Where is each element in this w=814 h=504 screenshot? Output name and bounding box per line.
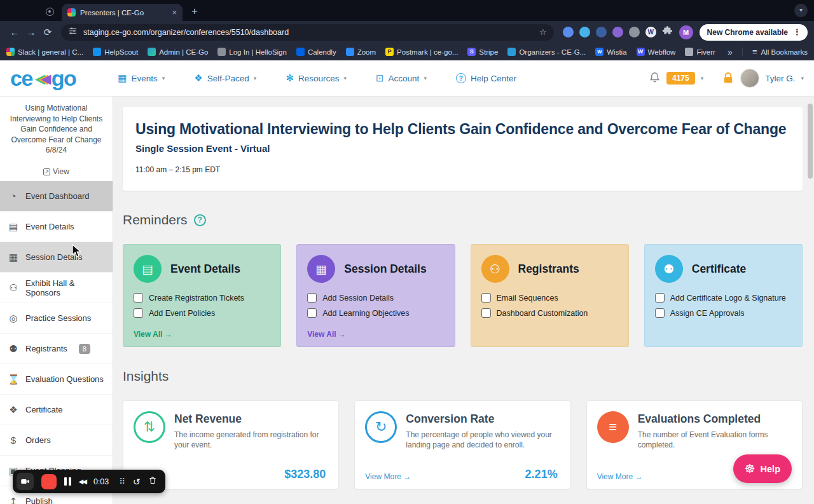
nav-account[interactable]: ⊡ Account ▾ bbox=[376, 72, 427, 84]
cego-logo[interactable]: ce go bbox=[10, 66, 76, 91]
bookmark-item[interactable]: Zoom bbox=[346, 48, 376, 56]
extensions-puzzle-icon[interactable] bbox=[662, 25, 673, 39]
chevron-down-icon[interactable]: ▾ bbox=[701, 75, 704, 81]
list-icon: ▤ bbox=[8, 221, 19, 233]
sidebar-item-session-details[interactable]: ▦ Session Details bbox=[0, 242, 113, 273]
checkbox[interactable] bbox=[307, 293, 317, 303]
bookmark-item[interactable]: Webflow bbox=[637, 48, 676, 56]
checkbox[interactable] bbox=[481, 293, 491, 303]
drag-handle-icon[interactable]: ⠿ bbox=[119, 477, 125, 486]
stop-recording-button[interactable] bbox=[41, 474, 57, 489]
bookmark-item[interactable]: Calendly bbox=[296, 48, 336, 56]
back-button[interactable]: ← bbox=[6, 27, 23, 37]
extension-icon[interactable] bbox=[563, 27, 574, 37]
sidebar-item-evaluation-questions[interactable]: ⌛ Evaluation Questions bbox=[0, 364, 113, 395]
chevron-down-icon[interactable]: ▾ bbox=[801, 75, 804, 81]
view-all-link[interactable]: View All → bbox=[134, 330, 172, 339]
insight-title: Net Revenue bbox=[174, 412, 328, 426]
reminder-cards-row: ▤ Event Details Create Registration Tick… bbox=[123, 244, 803, 347]
checkbox[interactable] bbox=[134, 293, 143, 303]
bookmark-item[interactable]: Log In | HelloSign bbox=[217, 48, 287, 56]
tab-close-icon[interactable]: × bbox=[172, 8, 177, 17]
bookmarks-overflow-icon[interactable]: » bbox=[728, 47, 733, 57]
bookmark-item[interactable]: Fiverr bbox=[685, 48, 715, 56]
checkbox[interactable] bbox=[307, 308, 317, 318]
reminder-card-event-details: ▤ Event Details Create Registration Tick… bbox=[123, 244, 281, 347]
slack-icon bbox=[6, 48, 15, 56]
extension-icon[interactable] bbox=[596, 27, 607, 37]
reload-button[interactable]: ⟳ bbox=[39, 27, 56, 38]
bookmark-label: Calendly bbox=[308, 48, 336, 56]
scrollbar-thumb[interactable] bbox=[808, 104, 813, 179]
nav-label: Help Center bbox=[471, 74, 516, 83]
bookmark-item[interactable]: Stripe bbox=[467, 48, 498, 56]
extension-icon[interactable] bbox=[629, 27, 640, 37]
checkbox[interactable] bbox=[655, 293, 665, 303]
bookmark-item[interactable]: Slack | general | C... bbox=[6, 48, 83, 56]
checkbox[interactable] bbox=[481, 308, 491, 318]
rewind-icon[interactable]: ◀◀ bbox=[79, 478, 86, 485]
view-more-link[interactable]: View More → bbox=[365, 472, 411, 481]
user-avatar[interactable] bbox=[740, 69, 759, 88]
lock-icon[interactable] bbox=[722, 72, 735, 85]
event-type: Single Session Event - Virtual bbox=[135, 143, 790, 154]
forward-button[interactable]: → bbox=[23, 27, 39, 37]
new-tab-button[interactable]: + bbox=[191, 5, 198, 18]
help-button[interactable]: ☸ Help bbox=[733, 454, 792, 483]
address-bar[interactable]: staging.ce-go.com/organizer/conferences/… bbox=[61, 24, 554, 41]
notification-count-badge[interactable]: 4175 bbox=[666, 72, 695, 85]
nav-label: Self-Paced bbox=[207, 74, 249, 83]
pause-button[interactable] bbox=[64, 477, 71, 486]
nav-help-center[interactable]: ? Help Center bbox=[456, 73, 516, 83]
sidebar-item-exhibit-hall[interactable]: ⚇ Exhibit Hall & Sponsors bbox=[0, 273, 113, 303]
trash-icon[interactable] bbox=[148, 475, 157, 487]
all-bookmarks-button[interactable]: ≡ All Bookmarks bbox=[752, 47, 808, 57]
bookmark-item[interactable]: HelpScout bbox=[93, 48, 138, 56]
reminder-card-registrants: ⚇ Registrants Email Sequences Dashboard … bbox=[471, 244, 629, 347]
restart-icon[interactable]: ↺ bbox=[133, 477, 141, 487]
page-body: Using Motivational Interviewing to Help … bbox=[0, 97, 814, 504]
checkbox-label: Add Session Details bbox=[322, 294, 394, 303]
external-link-icon: ↗ bbox=[43, 168, 50, 175]
checkbox[interactable] bbox=[134, 308, 143, 318]
nav-self-paced[interactable]: ❖ Self-Paced ▾ bbox=[194, 72, 256, 84]
sidebar-item-orders[interactable]: $ Orders bbox=[0, 425, 113, 456]
help-circle-icon[interactable]: ? bbox=[194, 214, 206, 226]
sidebar-item-event-dashboard[interactable]: ◔ Event Dashboard bbox=[0, 181, 113, 212]
chrome-update-button[interactable]: New Chrome available ⋮ bbox=[700, 24, 808, 41]
browser-profile-avatar[interactable]: M bbox=[679, 25, 693, 39]
bookmark-item[interactable]: Postmark | ce-go... bbox=[385, 48, 458, 56]
sidebar-item-label: Event Details bbox=[25, 222, 74, 231]
browser-menu-icon[interactable]: ⋮ bbox=[793, 27, 801, 37]
nav-events[interactable]: ▦ Events ▾ bbox=[118, 72, 165, 84]
extension-icon[interactable] bbox=[579, 27, 590, 37]
people-icon: ⚇ bbox=[8, 282, 19, 294]
view-all-link[interactable]: View All → bbox=[307, 330, 346, 339]
site-info-icon[interactable] bbox=[68, 26, 78, 38]
sidebar-item-registrants[interactable]: ⚉ Registrants 8 bbox=[0, 334, 113, 364]
checkbox[interactable] bbox=[655, 308, 665, 318]
browser-tab[interactable]: Presenters | CE-Go × bbox=[62, 4, 183, 21]
bookmark-item[interactable]: Admin | CE-Go bbox=[148, 48, 208, 56]
calendar-icon: ▦ bbox=[118, 72, 127, 84]
view-event-link[interactable]: ↗ View bbox=[43, 167, 69, 176]
camera-icon[interactable] bbox=[17, 473, 34, 490]
extension-icon[interactable] bbox=[645, 27, 656, 37]
extension-icon[interactable] bbox=[612, 27, 623, 37]
bell-icon[interactable] bbox=[649, 71, 661, 86]
url-text[interactable]: staging.ce-go.com/organizer/conferences/… bbox=[83, 28, 534, 37]
user-name[interactable]: Tyler G. bbox=[765, 74, 795, 83]
tab-search-button[interactable]: ▾ bbox=[794, 4, 808, 17]
app-header: ce go ▦ Events ▾ ❖ Self-Paced ▾ ✻ Resour… bbox=[0, 60, 814, 97]
view-more-link[interactable]: View More → bbox=[597, 472, 643, 481]
bookmark-item[interactable]: Wistia bbox=[595, 48, 626, 56]
checkbox-label: Create Registration Tickets bbox=[149, 294, 244, 303]
sidebar-item-certificate[interactable]: ❖ Certificate bbox=[0, 395, 113, 425]
sidebar-item-event-details[interactable]: ▤ Event Details bbox=[0, 212, 113, 242]
bookmark-item[interactable]: Organizers - CE-G... bbox=[507, 48, 586, 56]
bookmark-star-icon[interactable]: ☆ bbox=[539, 27, 547, 37]
nav-resources[interactable]: ✻ Resources ▾ bbox=[286, 72, 347, 84]
sidebar-item-practice-sessions[interactable]: ◎ Practice Sessions bbox=[0, 303, 113, 334]
bookmarks-bar: Slack | general | C... HelpScout Admin |… bbox=[0, 43, 814, 60]
checkbox-label: Add Event Policies bbox=[149, 309, 215, 318]
